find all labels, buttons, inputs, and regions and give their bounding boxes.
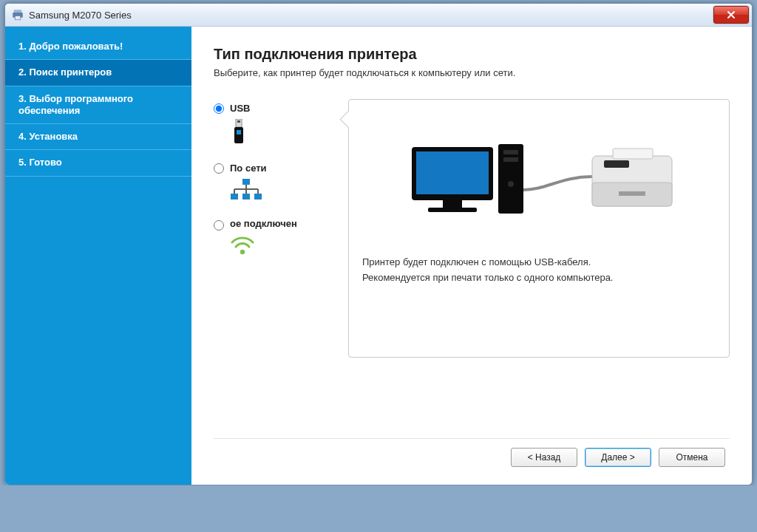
option-network[interactable]: По сети — [214, 163, 332, 201]
svg-rect-21 — [498, 144, 523, 214]
radio-usb[interactable] — [214, 103, 224, 114]
svg-rect-22 — [503, 150, 518, 154]
radio-wireless[interactable] — [214, 220, 224, 231]
svg-rect-4 — [237, 120, 240, 123]
svg-rect-23 — [503, 157, 518, 162]
svg-rect-13 — [231, 194, 238, 200]
sidebar-step-search[interactable]: 2. Поиск принтеров — [5, 60, 191, 86]
sidebar-step-install[interactable]: 4. Установка — [5, 124, 191, 150]
usb-diagram-icon — [398, 138, 679, 234]
close-button[interactable] — [713, 6, 749, 24]
svg-rect-18 — [416, 151, 489, 194]
svg-rect-15 — [254, 194, 262, 200]
window-title: Samsung M2070 Series — [29, 10, 713, 21]
option-wireless[interactable]: ое подключен — [214, 219, 332, 256]
sidebar-step-done[interactable]: 5. Готово — [5, 150, 191, 176]
info-panel: Принтер будет подключен с помощью USB-ка… — [348, 99, 730, 358]
info-line: Рекомендуется при печати только с одного… — [362, 272, 716, 283]
content-row: USB — [214, 99, 730, 358]
sidebar-item-label: 4. Установка — [18, 131, 78, 142]
svg-rect-20 — [428, 208, 477, 212]
option-label: По сети — [230, 163, 267, 174]
svg-rect-19 — [443, 200, 462, 208]
page-subtitle: Выберите, как принтер будет подключаться… — [214, 67, 730, 78]
option-usb[interactable]: USB — [214, 103, 332, 146]
titlebar[interactable]: Samsung M2070 Series — [5, 4, 752, 27]
next-button[interactable]: Далее > — [585, 448, 651, 467]
svg-rect-0 — [14, 10, 22, 13]
window-body: 1. Добро пожаловать! 2. Поиск принтеров … — [5, 27, 752, 485]
svg-rect-7 — [242, 179, 250, 185]
sidebar-step-software[interactable]: 3. Выбор программного обеспечения — [5, 86, 191, 125]
printer-icon — [11, 8, 24, 21]
wifi-icon — [230, 235, 255, 256]
svg-rect-28 — [604, 160, 629, 168]
usb-icon — [230, 119, 248, 146]
svg-point-16 — [240, 250, 245, 254]
connection-illustration — [362, 123, 716, 234]
svg-rect-29 — [613, 149, 653, 159]
svg-rect-14 — [242, 194, 250, 200]
svg-rect-27 — [619, 191, 645, 196]
wizard-sidebar: 1. Добро пожаловать! 2. Поиск принтеров … — [5, 27, 191, 485]
option-label: ое подключен — [230, 219, 297, 230]
installer-window: Samsung M2070 Series 1. Добро пожаловать… — [4, 3, 753, 485]
radio-network[interactable] — [214, 163, 224, 174]
svg-point-24 — [508, 181, 514, 187]
network-icon — [230, 179, 262, 201]
svg-rect-5 — [234, 127, 243, 143]
main-panel: Тип подключения принтера Выберите, как п… — [191, 27, 752, 485]
info-description: Принтер будет подключен с помощью USB-ка… — [362, 256, 716, 283]
page-title: Тип подключения принтера — [214, 46, 730, 63]
connection-options: USB — [214, 99, 332, 256]
sidebar-item-label: 1. Добро пожаловать! — [18, 41, 123, 52]
svg-rect-6 — [237, 130, 241, 134]
sidebar-item-label: 2. Поиск принтеров — [18, 66, 112, 78]
info-line: Принтер будет подключен с помощью USB-ка… — [362, 256, 716, 267]
svg-rect-3 — [236, 119, 242, 127]
sidebar-step-welcome[interactable]: 1. Добро пожаловать! — [5, 34, 191, 60]
sidebar-item-label: 3. Выбор программного обеспечения — [18, 93, 133, 116]
sidebar-item-label: 5. Готово — [18, 157, 62, 168]
back-button[interactable]: < Назад — [511, 448, 577, 467]
cancel-button[interactable]: Отмена — [659, 448, 725, 467]
wizard-footer: < Назад Далее > Отмена — [214, 438, 730, 474]
svg-rect-2 — [15, 16, 21, 20]
option-label: USB — [230, 103, 250, 115]
